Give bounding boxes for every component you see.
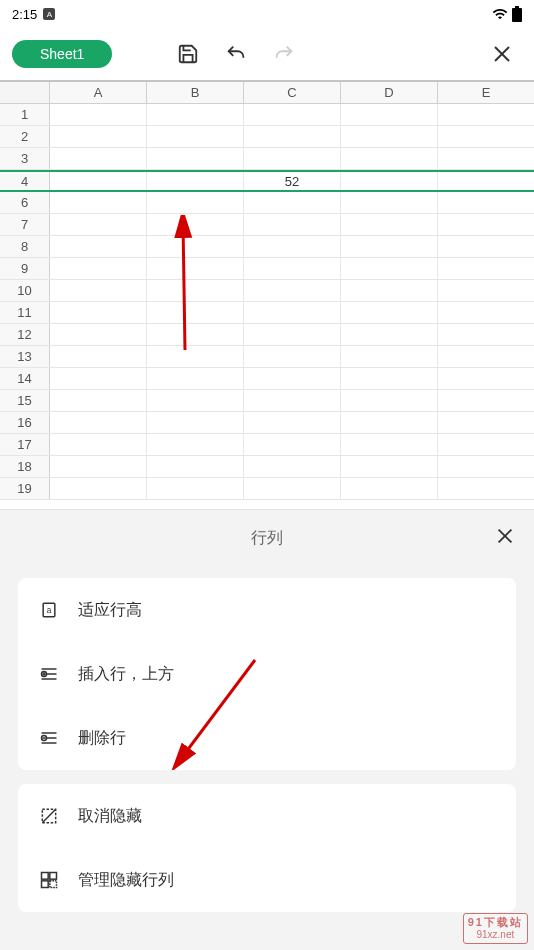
cell[interactable] xyxy=(147,104,244,125)
cell[interactable] xyxy=(438,368,534,389)
cell[interactable] xyxy=(341,148,438,169)
row-header[interactable]: 9 xyxy=(0,258,50,279)
cell[interactable] xyxy=(50,324,147,345)
menu-manage-hidden[interactable]: 管理隐藏行列 xyxy=(18,848,516,912)
cell[interactable] xyxy=(341,172,438,190)
corner-cell[interactable] xyxy=(0,82,50,103)
cell[interactable] xyxy=(438,324,534,345)
row-header[interactable]: 7 xyxy=(0,214,50,235)
cell[interactable] xyxy=(438,126,534,147)
cell[interactable] xyxy=(50,280,147,301)
row[interactable]: 1 xyxy=(0,104,534,126)
sheet-tab[interactable]: Sheet1 xyxy=(12,40,112,68)
row[interactable]: 15 xyxy=(0,390,534,412)
cell[interactable] xyxy=(438,280,534,301)
cell[interactable] xyxy=(244,478,341,499)
cell[interactable] xyxy=(341,104,438,125)
cell[interactable] xyxy=(341,456,438,477)
cell[interactable] xyxy=(438,192,534,213)
row-header[interactable]: 11 xyxy=(0,302,50,323)
row[interactable]: 18 xyxy=(0,456,534,478)
close-button[interactable] xyxy=(482,34,522,74)
cell[interactable] xyxy=(341,236,438,257)
cell[interactable]: 52 xyxy=(244,172,341,190)
cell[interactable] xyxy=(147,368,244,389)
row[interactable]: 3 xyxy=(0,148,534,170)
panel-close-button[interactable] xyxy=(494,525,516,551)
cell[interactable] xyxy=(438,104,534,125)
cell[interactable] xyxy=(341,280,438,301)
row-header[interactable]: 1 xyxy=(0,104,50,125)
cell[interactable] xyxy=(50,172,147,190)
row[interactable]: 6 xyxy=(0,192,534,214)
row-header[interactable]: 19 xyxy=(0,478,50,499)
cell[interactable] xyxy=(50,192,147,213)
cell[interactable] xyxy=(50,368,147,389)
cell[interactable] xyxy=(341,324,438,345)
cell[interactable] xyxy=(341,434,438,455)
cell[interactable] xyxy=(438,390,534,411)
col-header-d[interactable]: D xyxy=(341,82,438,103)
cell[interactable] xyxy=(147,478,244,499)
row[interactable]: 11 xyxy=(0,302,534,324)
row[interactable]: 13 xyxy=(0,346,534,368)
cell[interactable] xyxy=(341,478,438,499)
col-header-b[interactable]: B xyxy=(147,82,244,103)
row[interactable]: 8 xyxy=(0,236,534,258)
cell[interactable] xyxy=(244,412,341,433)
cell[interactable] xyxy=(244,192,341,213)
cell[interactable] xyxy=(50,236,147,257)
cell[interactable] xyxy=(244,390,341,411)
cell[interactable] xyxy=(438,214,534,235)
undo-button[interactable] xyxy=(216,34,256,74)
cell[interactable] xyxy=(438,148,534,169)
row[interactable]: 452 xyxy=(0,170,534,192)
spreadsheet[interactable]: A B C D E 123452678910111213141516171819 xyxy=(0,80,534,500)
cell[interactable] xyxy=(147,172,244,190)
cell[interactable] xyxy=(147,280,244,301)
cell[interactable] xyxy=(244,214,341,235)
menu-insert-row-above[interactable]: 插入行，上方 xyxy=(18,642,516,706)
cell[interactable] xyxy=(341,368,438,389)
cell[interactable] xyxy=(341,302,438,323)
cell[interactable] xyxy=(147,236,244,257)
cell[interactable] xyxy=(147,456,244,477)
redo-button[interactable] xyxy=(264,34,304,74)
row-header[interactable]: 3 xyxy=(0,148,50,169)
col-header-e[interactable]: E xyxy=(438,82,534,103)
cell[interactable] xyxy=(147,434,244,455)
cell[interactable] xyxy=(341,258,438,279)
cell[interactable] xyxy=(244,456,341,477)
cell[interactable] xyxy=(244,236,341,257)
save-button[interactable] xyxy=(168,34,208,74)
row-header[interactable]: 18 xyxy=(0,456,50,477)
cell[interactable] xyxy=(147,324,244,345)
cell[interactable] xyxy=(50,434,147,455)
cell[interactable] xyxy=(147,258,244,279)
row-header[interactable]: 12 xyxy=(0,324,50,345)
row-header[interactable]: 13 xyxy=(0,346,50,367)
cell[interactable] xyxy=(438,172,534,190)
cell[interactable] xyxy=(147,346,244,367)
row-header[interactable]: 16 xyxy=(0,412,50,433)
col-header-a[interactable]: A xyxy=(50,82,147,103)
cell[interactable] xyxy=(341,390,438,411)
row[interactable]: 7 xyxy=(0,214,534,236)
row-header[interactable]: 4 xyxy=(0,172,50,190)
row-header[interactable]: 10 xyxy=(0,280,50,301)
cell[interactable] xyxy=(50,148,147,169)
row-header[interactable]: 8 xyxy=(0,236,50,257)
cell[interactable] xyxy=(341,126,438,147)
cell[interactable] xyxy=(438,456,534,477)
cell[interactable] xyxy=(50,390,147,411)
cell[interactable] xyxy=(50,456,147,477)
cell[interactable] xyxy=(147,390,244,411)
cell[interactable] xyxy=(438,258,534,279)
cell[interactable] xyxy=(147,412,244,433)
cell[interactable] xyxy=(50,214,147,235)
row[interactable]: 9 xyxy=(0,258,534,280)
cell[interactable] xyxy=(244,258,341,279)
cell[interactable] xyxy=(341,346,438,367)
cell[interactable] xyxy=(244,368,341,389)
row[interactable]: 10 xyxy=(0,280,534,302)
